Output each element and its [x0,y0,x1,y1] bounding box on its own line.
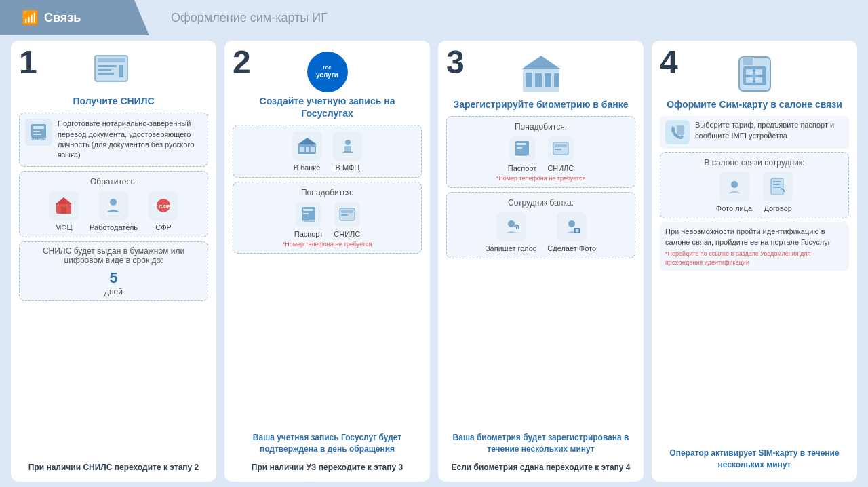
employer-label: Работодатель [90,223,138,231]
contact-mfc: МФЦ [49,191,79,231]
svg-rect-8 [33,131,40,132]
svg-point-56 [731,181,738,188]
svg-rect-29 [341,210,353,213]
snils-icon [90,52,138,92]
mfc-icon [49,191,79,220]
mfc-person-icon [333,131,363,161]
svg-rect-33 [526,73,532,87]
svg-rect-21 [311,147,315,152]
tab-simcard-label: Оформление сим-карты ИГ [171,11,328,25]
svg-text:PASSPORT: PASSPORT [515,154,530,157]
sfr-icon: СФР [149,191,178,220]
step-1-contacts-row: МФЦ Работодатель СФР СФР [25,191,202,231]
salon-face-photo: Фото лица [716,172,752,212]
svg-marker-32 [521,56,561,69]
svg-rect-54 [755,77,762,83]
step-2-icon-area: гос услуги [233,52,422,92]
step-1-days: 5 [24,269,203,287]
svg-text:СФР: СФР [159,203,172,210]
step-2-note: *Номер телефона не требуется [239,241,416,248]
snils2-icon [334,201,360,227]
doc-passport-3: PASSPORT Паспорт [508,136,537,172]
step-2-docs-row: PASSPORT Паспорт СНИЛС [239,201,416,238]
employer-icon [98,191,128,220]
svg-rect-34 [535,73,542,87]
svg-rect-2 [98,65,117,67]
svg-text:PASSPORT: PASSPORT [301,220,316,223]
contract-label: Договор [764,204,792,212]
step-1-contacts-section: Обратитесь: МФЦ Работодатель СФР [19,171,208,237]
step-1-card: 1 Получите СНИЛС PASSPORT Подготовьте но… [11,41,216,482]
svg-rect-50 [743,57,753,65]
svg-rect-26 [303,213,309,214]
svg-rect-43 [555,149,561,150]
svg-rect-60 [773,187,781,188]
step-4-instructions-section: Выберите тариф, предъявите паспорт и соо… [660,116,849,149]
wifi-icon: 📶 [22,9,39,26]
step-3-docs-row: PASSPORT Паспорт СНИЛС [452,136,629,172]
passport-icon: PASSPORT [25,119,52,146]
action-voice: Запишет голос [486,212,536,252]
step-3-spacer [446,262,635,432]
doc-snils-2: СНИЛС [334,201,360,238]
step-4-title: Оформите Сим-карту в салоне связи [660,98,849,111]
contact-sfr: СФР СФР [149,191,178,231]
svg-rect-42 [555,144,567,147]
contract-icon [763,172,793,201]
salon-contract: Договор [763,172,793,212]
step-1-footer: При наличии СНИЛС переходите к этапу 2 [19,459,208,473]
action-photo: Сделает Фото [547,212,596,252]
svg-rect-59 [773,184,780,185]
bank-building-icon [292,131,322,161]
sim-icon [732,52,776,96]
svg-rect-39 [517,147,522,149]
step-1-title: Получите СНИЛС [19,95,208,107]
svg-rect-5 [119,65,123,77]
step-3-footer: Если биометрия сдана переходите к этапу … [446,459,635,473]
step-2-footer: При наличии УЗ переходите к этапу 3 [233,459,422,473]
svg-rect-25 [303,209,313,211]
svg-rect-58 [773,181,781,182]
svg-rect-38 [517,143,526,145]
place-bank: В банке [292,131,322,172]
step-2-places-section: В банке В МФЦ [233,125,422,178]
step-4-salon-label: В салоне связи сотрудник: [666,158,843,168]
step-3-worker-label: Сотрудник банка: [452,198,629,208]
svg-rect-23 [344,146,351,151]
step-1-result-label: СНИЛС будет выдан в бумажном или цифрово… [24,246,203,265]
step-3-worker-section: Сотрудник банка: Запишет голос Сделает Ф… [446,192,635,258]
svg-marker-18 [298,138,317,144]
doc-passport-2: PASSPORT Паспорт [294,201,323,238]
step-3-need-label: Понадобится: [452,122,629,132]
svg-rect-7 [33,126,44,129]
tab-simcard[interactable]: Оформление сим-карты ИГ [149,0,349,35]
svg-rect-19 [300,147,304,152]
svg-rect-30 [341,214,348,216]
svg-rect-36 [554,73,559,87]
face-photo-icon [719,172,749,201]
step-4-result: Оператор активирует SIM-карту в течение … [660,448,849,471]
place-mfc: В МФЦ [333,131,363,172]
step-4-icon-area [660,52,849,96]
snils3-icon [548,136,574,161]
svg-rect-51 [746,69,753,75]
svg-point-44 [508,220,515,227]
step-1-doc-section: PASSPORT Подготовьте нотариально-заверен… [19,113,208,167]
step-2-spacer [233,258,422,431]
step-2-title: Создайте учетную запись на Госуслугах [233,95,422,119]
step-4-note: *Перейдите по ссылке в разделе Уведомлен… [665,250,844,267]
sfr-label: СФР [155,223,172,231]
snils3-label: СНИЛС [547,164,574,172]
tab-svyaz[interactable]: 📶 Связь [0,0,149,35]
passport3-label: Паспорт [508,164,537,172]
step-3-result: Ваша биометрия будет зарегистрирована в … [446,432,635,455]
svg-rect-3 [98,69,111,71]
step-4-spacer [660,274,849,448]
step-3-actions-row: Запишет голос Сделает Фото [452,212,629,252]
svg-point-14 [110,199,117,206]
step-2-places-row: В банке В МФЦ [239,131,416,172]
gosuslugi-logo: гос услуги [307,52,348,92]
svg-rect-53 [746,77,753,83]
step-4-fail-section: При невозможности пройти идентификацию в… [660,222,849,271]
svg-rect-35 [545,73,551,87]
